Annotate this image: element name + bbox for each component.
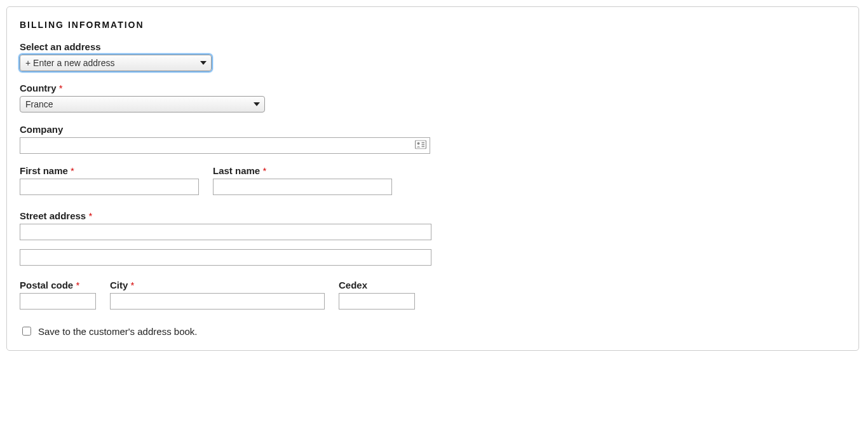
last-name-field: Last name * <box>213 165 392 195</box>
city-field: City * <box>110 280 325 310</box>
last-name-label: Last name <box>213 165 260 176</box>
country-label-wrap: Country * <box>20 83 846 93</box>
required-marker: * <box>59 83 63 93</box>
required-marker: * <box>76 280 79 290</box>
street-address-line2-input[interactable] <box>20 249 431 266</box>
save-address-checkbox[interactable] <box>22 327 31 336</box>
cedex-label: Cedex <box>339 280 415 290</box>
first-name-label: First name <box>20 165 68 176</box>
company-label: Company <box>20 124 846 135</box>
first-name-field: First name * <box>20 165 199 195</box>
street-address-label-wrap: Street address * <box>20 210 846 221</box>
postal-code-field: Postal code * <box>20 280 96 310</box>
save-address-row: Save to the customer's address book. <box>20 325 846 337</box>
select-address-field: Select an address + Enter a new address <box>20 41 846 71</box>
cedex-input[interactable] <box>339 293 415 310</box>
last-name-input[interactable] <box>213 179 392 195</box>
company-field: Company <box>20 124 846 154</box>
street-address-field: Street address * <box>20 210 846 266</box>
section-title: BILLING INFORMATION <box>20 20 846 30</box>
city-label-wrap: City * <box>110 280 325 290</box>
first-name-input[interactable] <box>20 179 199 195</box>
billing-information-panel: BILLING INFORMATION Select an address + … <box>6 6 859 351</box>
required-marker: * <box>71 165 74 176</box>
cedex-field: Cedex <box>339 280 415 310</box>
city-label: City <box>110 280 128 290</box>
postal-city-row: Postal code * City * Cedex <box>20 280 846 310</box>
country-select-wrap: France <box>20 96 265 112</box>
postal-code-input[interactable] <box>20 293 96 310</box>
country-field: Country * France <box>20 83 846 112</box>
required-marker: * <box>131 280 135 290</box>
first-name-label-wrap: First name * <box>20 165 199 176</box>
required-marker: * <box>88 210 92 221</box>
city-input[interactable] <box>110 293 325 310</box>
select-address-wrap: + Enter a new address <box>20 55 212 71</box>
street-address-line1-input[interactable] <box>20 224 431 240</box>
name-row: First name * Last name * <box>20 165 846 195</box>
street-address-label: Street address <box>20 210 86 221</box>
postal-code-label: Postal code <box>20 280 73 290</box>
save-address-label: Save to the customer's address book. <box>38 326 198 337</box>
required-marker: * <box>262 165 266 176</box>
select-address-dropdown[interactable]: + Enter a new address <box>20 55 212 71</box>
country-dropdown[interactable]: France <box>20 96 265 112</box>
select-address-label: Select an address <box>20 41 846 52</box>
postal-code-label-wrap: Postal code * <box>20 280 96 290</box>
company-input[interactable] <box>20 137 430 154</box>
last-name-label-wrap: Last name * <box>213 165 392 176</box>
country-label: Country <box>20 83 57 93</box>
